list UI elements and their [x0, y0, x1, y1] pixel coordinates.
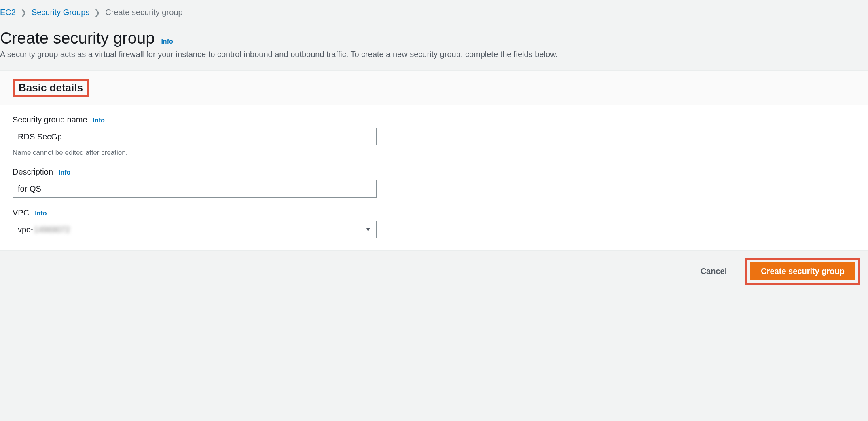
info-link-vpc[interactable]: Info	[35, 210, 47, 217]
panel-header: Basic details	[0, 71, 868, 105]
info-link-page[interactable]: Info	[161, 38, 173, 45]
chevron-right-icon: ❯	[21, 8, 27, 17]
basic-details-panel: Basic details Security group name Info N…	[0, 70, 868, 251]
field-description: Description Info	[13, 167, 855, 198]
breadcrumb-current: Create security group	[105, 8, 182, 17]
create-security-group-button[interactable]: Create security group	[750, 262, 855, 280]
create-button-highlight: Create security group	[745, 258, 860, 285]
field-security-group-name: Security group name Info Name cannot be …	[13, 115, 855, 157]
panel-title: Basic details	[19, 82, 83, 94]
info-link-name[interactable]: Info	[93, 117, 105, 124]
page-root: EC2 ❯ Security Groups ❯ Create security …	[0, 0, 868, 291]
panel-title-highlight: Basic details	[13, 79, 89, 97]
page-subtitle: A security group acts as a virtual firew…	[0, 50, 868, 70]
breadcrumb: EC2 ❯ Security Groups ❯ Create security …	[0, 0, 868, 21]
label-security-group-name: Security group name	[13, 115, 87, 124]
select-vpc-wrap: vpc-14969072 ▼	[13, 221, 377, 238]
field-vpc: VPC Info vpc-14969072 ▼	[13, 208, 855, 238]
select-vpc[interactable]: vpc-14969072	[13, 221, 377, 238]
help-text-name: Name cannot be edited after creation.	[13, 149, 855, 157]
page-title-row: Create security group Info	[0, 21, 868, 50]
footer-actions: Cancel Create security group	[0, 251, 868, 291]
select-vpc-redacted: 14969072	[34, 225, 70, 234]
panel-body: Security group name Info Name cannot be …	[0, 105, 868, 250]
chevron-right-icon: ❯	[94, 8, 100, 17]
breadcrumb-link-ec2[interactable]: EC2	[0, 8, 16, 17]
cancel-button[interactable]: Cancel	[690, 263, 738, 280]
label-vpc: VPC	[13, 208, 29, 217]
select-vpc-prefix: vpc-	[18, 225, 33, 234]
input-description[interactable]	[13, 180, 377, 198]
label-description: Description	[13, 167, 53, 177]
breadcrumb-link-security-groups[interactable]: Security Groups	[32, 8, 89, 17]
input-security-group-name[interactable]	[13, 128, 377, 145]
page-title: Create security group	[0, 29, 155, 47]
info-link-description[interactable]: Info	[59, 169, 70, 176]
